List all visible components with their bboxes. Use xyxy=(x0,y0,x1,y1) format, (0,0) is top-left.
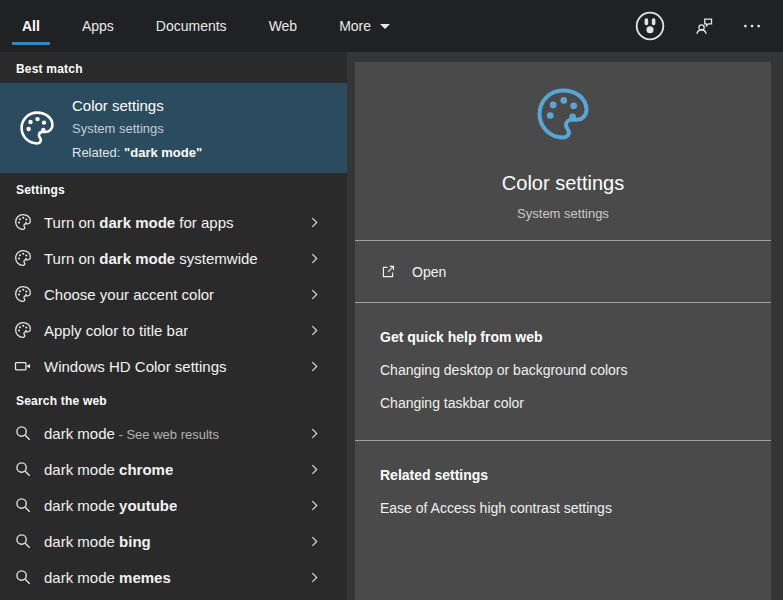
chevron-right-icon xyxy=(307,426,322,441)
search-result-item[interactable]: dark mode - See web results xyxy=(0,415,347,451)
topbar-actions xyxy=(633,0,783,52)
search-result-item[interactable]: Turn on dark mode for apps xyxy=(0,204,347,240)
search-result-item[interactable]: dark mode bing xyxy=(0,523,347,559)
open-label: Open xyxy=(412,264,446,280)
result-label: dark mode memes xyxy=(44,569,171,586)
tab-all[interactable]: All xyxy=(12,0,50,52)
result-label: Turn on dark mode for apps xyxy=(44,214,234,231)
preview-panel: Color settings System settings Open Get … xyxy=(355,62,771,600)
preview-subtitle: System settings xyxy=(355,206,771,221)
chevron-right-icon xyxy=(307,251,322,266)
best-match-result[interactable]: Color settings System settings Related: … xyxy=(0,83,347,173)
tab-label: Web xyxy=(269,18,298,34)
best-match-title: Color settings xyxy=(72,97,202,114)
filter-tabs: AllAppsDocumentsWebMore xyxy=(12,0,422,52)
chevron-right-icon xyxy=(307,534,322,549)
tab-documents[interactable]: Documents xyxy=(146,0,237,52)
chevron-right-icon xyxy=(307,359,322,374)
tab-label: Documents xyxy=(156,18,227,34)
tab-label: More xyxy=(339,18,371,34)
preview-section-header: Get quick help from web xyxy=(380,329,747,345)
palette-icon xyxy=(13,212,33,232)
search-result-item[interactable]: Choose your accent color xyxy=(0,276,347,312)
help-link[interactable]: Changing desktop or background colors xyxy=(380,362,628,378)
preview-hero: Color settings System settings xyxy=(355,62,771,240)
ellipsis-icon[interactable] xyxy=(741,15,763,37)
chevron-right-icon xyxy=(307,570,322,585)
search-result-item[interactable]: Windows HD Color settings xyxy=(0,348,347,384)
feedback-icon[interactable] xyxy=(693,15,715,37)
best-match-text: Color settings System settings Related: … xyxy=(72,97,202,160)
palette-icon xyxy=(13,320,33,340)
tab-label: All xyxy=(22,18,40,34)
chevron-right-icon xyxy=(307,215,322,230)
palette-icon xyxy=(13,248,33,268)
search-result-item[interactable]: Apply color to title bar xyxy=(0,312,347,348)
search-icon xyxy=(13,459,33,479)
help-link[interactable]: Ease of Access high contrast settings xyxy=(380,500,612,516)
result-label: Apply color to title bar xyxy=(44,322,188,339)
palette-icon xyxy=(530,82,596,146)
preview-section-header: Related settings xyxy=(380,467,747,483)
preview-section: Get quick help from webChanging desktop … xyxy=(355,303,771,440)
search-icon xyxy=(13,531,33,551)
open-external-icon xyxy=(380,263,397,280)
search-icon xyxy=(13,495,33,515)
search-icon xyxy=(13,423,33,443)
search-filter-bar: AllAppsDocumentsWebMore xyxy=(0,0,783,52)
palette-icon xyxy=(13,284,33,304)
preview-title: Color settings xyxy=(355,172,771,195)
search-results-panel: Best match Color settings System setting… xyxy=(0,52,347,600)
open-button[interactable]: Open xyxy=(355,241,771,302)
tab-label: Apps xyxy=(82,18,114,34)
result-label: Windows HD Color settings xyxy=(44,358,227,375)
result-label: dark mode bing xyxy=(44,533,151,550)
preview-section: Related settingsEase of Access high cont… xyxy=(355,441,771,545)
best-match-header: Best match xyxy=(0,52,347,83)
result-label: Turn on dark mode systemwide xyxy=(44,250,258,267)
search-result-item[interactable]: dark mode youtube xyxy=(0,487,347,523)
result-label: Choose your accent color xyxy=(44,286,214,303)
tab-apps[interactable]: Apps xyxy=(72,0,124,52)
search-result-item[interactable]: dark mode chrome xyxy=(0,451,347,487)
chevron-right-icon xyxy=(307,498,322,513)
result-label: dark mode chrome xyxy=(44,461,173,478)
chevron-down-icon xyxy=(380,24,390,29)
section-header: Search the web xyxy=(0,384,347,415)
search-result-item[interactable]: dark mode memes xyxy=(0,559,347,595)
chevron-right-icon xyxy=(307,287,322,302)
rewards-medal-icon[interactable] xyxy=(633,9,667,43)
result-label: dark mode - See web results xyxy=(44,425,219,442)
help-link[interactable]: Changing taskbar color xyxy=(380,395,524,411)
section-header: Settings xyxy=(0,173,347,204)
search-result-item[interactable]: Turn on dark mode systemwide xyxy=(0,240,347,276)
search-icon xyxy=(13,567,33,587)
result-label: dark mode youtube xyxy=(44,497,177,514)
tab-web[interactable]: Web xyxy=(259,0,308,52)
tab-more[interactable]: More xyxy=(329,0,400,52)
palette-icon xyxy=(16,107,58,149)
chevron-right-icon xyxy=(307,323,322,338)
chevron-right-icon xyxy=(307,462,322,477)
video-icon xyxy=(13,356,33,376)
best-match-subtitle: System settings xyxy=(72,121,202,136)
best-match-related: Related: "dark mode" xyxy=(72,145,202,160)
